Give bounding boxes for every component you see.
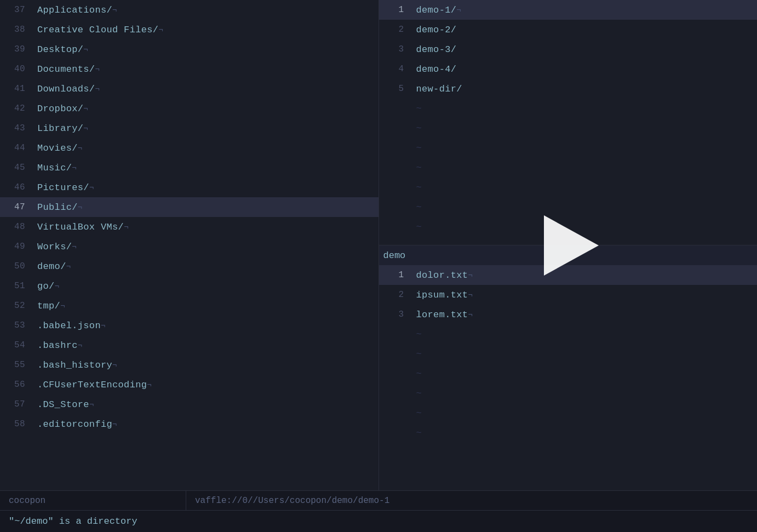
tilde: ~ bbox=[412, 222, 422, 232]
table-row[interactable]: 45Music/¬ bbox=[0, 158, 378, 178]
tilde: ~ bbox=[412, 104, 422, 114]
tilde-line: ~ bbox=[379, 158, 758, 178]
line-number: 2 bbox=[379, 25, 412, 35]
tilde-line: ~ bbox=[379, 138, 758, 158]
line-number: 50 bbox=[0, 261, 33, 271]
left-pane: 37Applications/¬38Creative Cloud Files/¬… bbox=[0, 0, 379, 490]
line-number: 42 bbox=[0, 104, 33, 113]
line-number: 37 bbox=[0, 5, 33, 15]
line-content: Documents/¬ bbox=[33, 64, 100, 75]
line-number: 57 bbox=[0, 399, 33, 409]
line-content: Creative Cloud Files/¬ bbox=[33, 25, 163, 35]
line-content: demo-4/ bbox=[412, 64, 457, 75]
line-content: .CFUserTextEncoding¬ bbox=[33, 380, 152, 390]
status-path: vaffle://0//Users/cocopon/demo/demo-1 bbox=[195, 496, 389, 506]
line-content: Desktop/¬ bbox=[33, 44, 88, 55]
tilde: ~ bbox=[412, 182, 422, 193]
table-row[interactable]: 44Movies/¬ bbox=[0, 138, 378, 158]
status-right: vaffle://0//Users/cocopon/demo/demo-1 bbox=[186, 491, 757, 510]
table-row[interactable]: 4demo-4/ bbox=[379, 59, 758, 79]
line-number: 4 bbox=[379, 64, 412, 74]
table-row[interactable]: 49Works/¬ bbox=[0, 237, 378, 256]
line-number: 45 bbox=[0, 163, 33, 173]
table-row[interactable]: 38Creative Cloud Files/¬ bbox=[0, 20, 378, 39]
line-content: .bashrc¬ bbox=[33, 340, 83, 351]
table-row[interactable]: 2ipsum.txt¬ bbox=[379, 285, 758, 305]
right-bottom-header-text: demo bbox=[383, 250, 406, 261]
line-content: VirtualBox VMs/¬ bbox=[33, 222, 129, 232]
table-row[interactable]: 52tmp/¬ bbox=[0, 296, 378, 316]
table-row[interactable]: 43Library/¬ bbox=[0, 118, 378, 138]
line-content: Public/¬ bbox=[33, 202, 83, 213]
line-number: 1 bbox=[379, 5, 412, 15]
right-pane-bottom-header: demo bbox=[379, 245, 758, 265]
line-number: 41 bbox=[0, 84, 33, 94]
tilde: ~ bbox=[412, 329, 422, 340]
table-row[interactable]: 39Desktop/¬ bbox=[0, 39, 378, 59]
table-row[interactable]: 54.bashrc¬ bbox=[0, 335, 378, 355]
line-number: 52 bbox=[0, 301, 33, 311]
table-row[interactable]: 3lorem.txt¬ bbox=[379, 305, 758, 324]
line-number: 1 bbox=[379, 270, 412, 280]
table-row[interactable]: 57.DS_Store¬ bbox=[0, 394, 378, 414]
table-row[interactable]: 37Applications/¬ bbox=[0, 0, 378, 20]
tilde-line: ~ bbox=[379, 217, 758, 237]
table-row[interactable]: 40Documents/¬ bbox=[0, 59, 378, 79]
line-number: 40 bbox=[0, 64, 33, 74]
line-content: go/¬ bbox=[33, 281, 59, 291]
tilde-line: ~ bbox=[379, 237, 758, 245]
left-pane-content: 37Applications/¬38Creative Cloud Files/¬… bbox=[0, 0, 378, 490]
table-row[interactable]: 58.editorconfig¬ bbox=[0, 414, 378, 434]
line-number: 58 bbox=[0, 419, 33, 429]
line-number: 47 bbox=[0, 202, 33, 212]
line-content: Applications/¬ bbox=[33, 5, 117, 15]
line-number: 54 bbox=[0, 340, 33, 350]
line-content: Movies/¬ bbox=[33, 143, 83, 153]
table-row[interactable]: 1demo-1/¬ bbox=[379, 0, 758, 20]
editor-area: 37Applications/¬38Creative Cloud Files/¬… bbox=[0, 0, 757, 490]
tilde: ~ bbox=[412, 143, 422, 153]
line-number: 49 bbox=[0, 242, 33, 251]
line-content: demo-2/ bbox=[412, 25, 457, 35]
line-content: .editorconfig¬ bbox=[33, 419, 117, 430]
line-number: 43 bbox=[0, 123, 33, 133]
table-row[interactable]: 47Public/¬ bbox=[0, 197, 378, 217]
status-left: cocopon bbox=[0, 491, 186, 510]
table-row[interactable]: 53.babel.json¬ bbox=[0, 316, 378, 335]
line-content: dolor.txt¬ bbox=[412, 270, 473, 281]
tilde-line: ~ bbox=[379, 344, 758, 364]
table-row[interactable]: 5new-dir/ bbox=[379, 79, 758, 99]
tilde: ~ bbox=[412, 202, 422, 213]
line-content: .bash_history¬ bbox=[33, 360, 117, 370]
tilde: ~ bbox=[412, 369, 422, 379]
line-number: 2 bbox=[379, 290, 412, 300]
line-number: 5 bbox=[379, 84, 412, 94]
status-bar: cocopon vaffle://0//Users/cocopon/demo/d… bbox=[0, 490, 757, 510]
table-row[interactable]: 50demo/¬ bbox=[0, 256, 378, 276]
table-row[interactable]: 41Downloads/¬ bbox=[0, 79, 378, 99]
table-row[interactable]: 51go/¬ bbox=[0, 276, 378, 296]
line-content: lorem.txt¬ bbox=[412, 310, 473, 320]
tilde-line: ~ bbox=[379, 384, 758, 403]
line-number: 48 bbox=[0, 222, 33, 232]
tilde-line: ~ bbox=[379, 118, 758, 138]
line-number: 3 bbox=[379, 44, 412, 54]
tilde: ~ bbox=[412, 163, 422, 173]
table-row[interactable]: 2demo-2/ bbox=[379, 20, 758, 39]
message-text: "~/demo" is a directory bbox=[9, 516, 137, 527]
tilde: ~ bbox=[412, 242, 422, 245]
line-content: Downloads/¬ bbox=[33, 84, 100, 94]
table-row[interactable]: 42Dropbox/¬ bbox=[0, 99, 378, 118]
right-pane-top: 1demo-1/¬2demo-2/3demo-3/4demo-4/5new-di… bbox=[379, 0, 758, 245]
table-row[interactable]: 56.CFUserTextEncoding¬ bbox=[0, 375, 378, 394]
table-row[interactable]: 1dolor.txt¬ bbox=[379, 265, 758, 285]
tilde-line: ~ bbox=[379, 197, 758, 217]
table-row[interactable]: 46Pictures/¬ bbox=[0, 178, 378, 197]
line-content: Music/¬ bbox=[33, 163, 77, 173]
line-content: demo-3/ bbox=[412, 44, 457, 55]
line-content: ipsum.txt¬ bbox=[412, 290, 473, 300]
status-username: cocopon bbox=[9, 496, 45, 506]
table-row[interactable]: 3demo-3/ bbox=[379, 39, 758, 59]
table-row[interactable]: 55.bash_history¬ bbox=[0, 355, 378, 375]
table-row[interactable]: 48VirtualBox VMs/¬ bbox=[0, 217, 378, 237]
